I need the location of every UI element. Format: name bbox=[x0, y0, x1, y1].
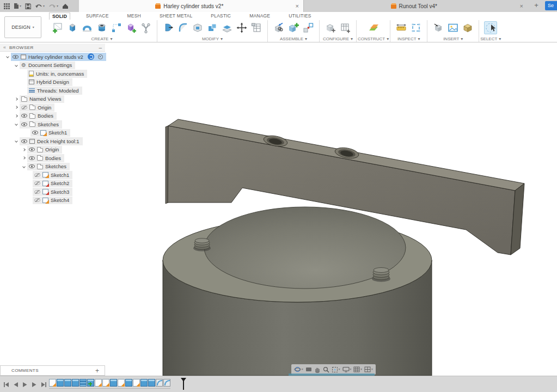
create-form-icon[interactable] bbox=[125, 21, 138, 34]
tab-utilities[interactable]: UTILITIES bbox=[286, 13, 314, 19]
visibility-eye-off-icon[interactable] bbox=[34, 181, 40, 185]
pattern-icon[interactable] bbox=[110, 21, 123, 34]
canvas-icon[interactable] bbox=[446, 21, 460, 34]
timeline-feature-sketch[interactable] bbox=[49, 379, 56, 387]
configuration-table-icon[interactable] bbox=[339, 21, 352, 34]
close-tab-icon[interactable]: × bbox=[296, 3, 299, 9]
add-comment-button[interactable]: + bbox=[95, 367, 99, 375]
group-label-construct[interactable]: CONSTRUCT▾ bbox=[358, 36, 389, 41]
visibility-eye-icon[interactable] bbox=[21, 122, 27, 126]
timeline-feature-fillet[interactable] bbox=[163, 379, 170, 387]
tree-item-named-views[interactable]: Named Views bbox=[13, 95, 64, 103]
section-analysis-icon[interactable] bbox=[409, 21, 423, 34]
visibility-eye-off-icon[interactable] bbox=[34, 190, 40, 194]
minimize-icon[interactable]: – bbox=[99, 45, 102, 51]
construction-plane-icon[interactable] bbox=[367, 21, 380, 34]
go-to-end-icon[interactable] bbox=[41, 380, 47, 390]
cloud-status-badge[interactable] bbox=[88, 53, 94, 60]
derive-icon[interactable] bbox=[432, 21, 445, 34]
account-button[interactable]: Se bbox=[545, 1, 557, 10]
redo-icon[interactable]: ▾ bbox=[48, 3, 58, 9]
mcmaster-carr-icon[interactable] bbox=[461, 21, 474, 34]
new-component-icon[interactable] bbox=[287, 21, 300, 34]
visibility-eye-icon[interactable] bbox=[21, 139, 27, 143]
tree-item-units[interactable]: Units: in, ouncemass bbox=[27, 70, 87, 78]
tab-manage[interactable]: MANAGE bbox=[247, 13, 273, 19]
activate-component-radio[interactable] bbox=[98, 54, 103, 59]
save-icon[interactable] bbox=[25, 3, 31, 9]
group-label-insert[interactable]: INSERT▾ bbox=[443, 36, 463, 41]
new-tab-button[interactable]: + bbox=[532, 1, 541, 10]
tree-item-sub-sketch2[interactable]: Sketch2 bbox=[33, 180, 72, 188]
press-pull-icon[interactable] bbox=[162, 21, 175, 34]
timeline-feature-sketch[interactable] bbox=[102, 379, 109, 387]
timeline-feature-extrude-new-body[interactable] bbox=[87, 379, 94, 387]
visibility-eye-off-icon[interactable] bbox=[21, 106, 27, 109]
extrude-icon[interactable] bbox=[66, 21, 79, 34]
group-label-select[interactable]: SELECT▾ bbox=[480, 36, 501, 41]
hole-icon[interactable] bbox=[95, 21, 108, 34]
joint-icon[interactable] bbox=[302, 21, 315, 34]
timeline-feature-extrude[interactable] bbox=[148, 379, 155, 387]
play-icon[interactable] bbox=[22, 380, 28, 390]
app-grid-icon[interactable] bbox=[4, 3, 10, 9]
tree-item-bodies[interactable]: Bodies bbox=[13, 112, 57, 120]
comments-bar[interactable]: COMMENTS + bbox=[0, 365, 105, 376]
combine-icon[interactable] bbox=[206, 21, 219, 34]
tree-item-sketches[interactable]: Sketches bbox=[13, 120, 62, 128]
timeline-feature-thread[interactable] bbox=[79, 379, 87, 387]
timeline-feature-extrude[interactable] bbox=[125, 379, 132, 387]
tab-solid[interactable]: SOLID bbox=[49, 13, 70, 20]
group-label-configure[interactable]: CONFIGURE▾ bbox=[323, 36, 353, 41]
chevron-right-icon[interactable] bbox=[21, 157, 27, 159]
measure-icon[interactable] bbox=[395, 21, 408, 34]
tree-item-document-settings[interactable]: ⚙ Document Settings bbox=[13, 62, 75, 70]
tree-item-threads[interactable]: Threads: Modeled bbox=[27, 87, 82, 95]
pipe-icon[interactable] bbox=[139, 21, 152, 34]
timeline-feature-extrude[interactable] bbox=[140, 379, 148, 387]
timeline-feature-extrude[interactable] bbox=[57, 379, 64, 387]
tree-item-root[interactable]: Harley cylinder studs v2 bbox=[4, 53, 106, 61]
document-tab-inactive[interactable]: Runout Tool v4* × bbox=[303, 0, 528, 12]
move-copy-icon[interactable] bbox=[235, 21, 248, 34]
tab-sheet-metal[interactable]: SHEET METAL bbox=[157, 13, 195, 19]
orbit-icon[interactable]: ▾ bbox=[294, 366, 303, 373]
revolve-icon[interactable] bbox=[81, 21, 94, 34]
change-parameters-icon[interactable] bbox=[250, 21, 263, 34]
step-back-icon[interactable] bbox=[13, 380, 19, 390]
visibility-eye-icon[interactable] bbox=[29, 164, 35, 168]
close-tab-icon[interactable]: × bbox=[520, 3, 523, 9]
timeline-feature-sketch[interactable] bbox=[133, 379, 140, 387]
timeline-feature-sketch[interactable] bbox=[95, 379, 102, 387]
visibility-eye-icon[interactable] bbox=[21, 114, 27, 118]
chevron-right-icon[interactable] bbox=[13, 115, 20, 117]
tree-item-origin-2[interactable]: Origin bbox=[21, 146, 62, 154]
visibility-eye-icon[interactable] bbox=[13, 55, 19, 59]
chevron-down-icon[interactable] bbox=[13, 123, 20, 125]
create-sketch-icon[interactable] bbox=[51, 21, 64, 34]
tree-item-sub-sketch4[interactable]: Sketch4 bbox=[33, 197, 72, 205]
timeline-feature-extrude[interactable] bbox=[64, 379, 71, 387]
undo-icon[interactable]: ▾ bbox=[35, 3, 45, 9]
fillet-icon[interactable] bbox=[176, 21, 189, 34]
configuration-icon[interactable] bbox=[324, 21, 337, 34]
workspace-selector[interactable]: DESIGN ▾ bbox=[4, 16, 41, 38]
timeline-feature-sketch[interactable] bbox=[118, 379, 125, 387]
timeline-feature-fillet[interactable] bbox=[156, 379, 163, 387]
tree-item-hybrid-design[interactable]: Hybrid Design bbox=[27, 78, 72, 87]
collapse-panel-icon[interactable]: « bbox=[3, 45, 6, 50]
home-icon[interactable] bbox=[62, 3, 69, 9]
timeline-feature-extrude[interactable] bbox=[72, 379, 79, 387]
viewports-icon[interactable]: ▾ bbox=[364, 366, 373, 372]
tab-plastic[interactable]: PLASTIC bbox=[208, 13, 234, 19]
grid-settings-icon[interactable]: ▾ bbox=[353, 366, 362, 372]
select-icon[interactable] bbox=[484, 21, 497, 34]
tree-item-sub-sketch1[interactable]: Sketch1 bbox=[33, 171, 72, 179]
visibility-eye-icon[interactable] bbox=[29, 148, 35, 151]
group-label-assemble[interactable]: ASSEMBLE▾ bbox=[280, 36, 307, 41]
model-viewport[interactable]: « BROWSER – Harley cylinder studs v2 bbox=[0, 42, 557, 376]
visibility-eye-icon[interactable] bbox=[32, 131, 38, 134]
browser-header[interactable]: « BROWSER – bbox=[0, 44, 105, 52]
chevron-right-icon[interactable] bbox=[13, 106, 20, 108]
document-tab-active[interactable]: Harley cylinder studs v2* × bbox=[79, 0, 303, 12]
